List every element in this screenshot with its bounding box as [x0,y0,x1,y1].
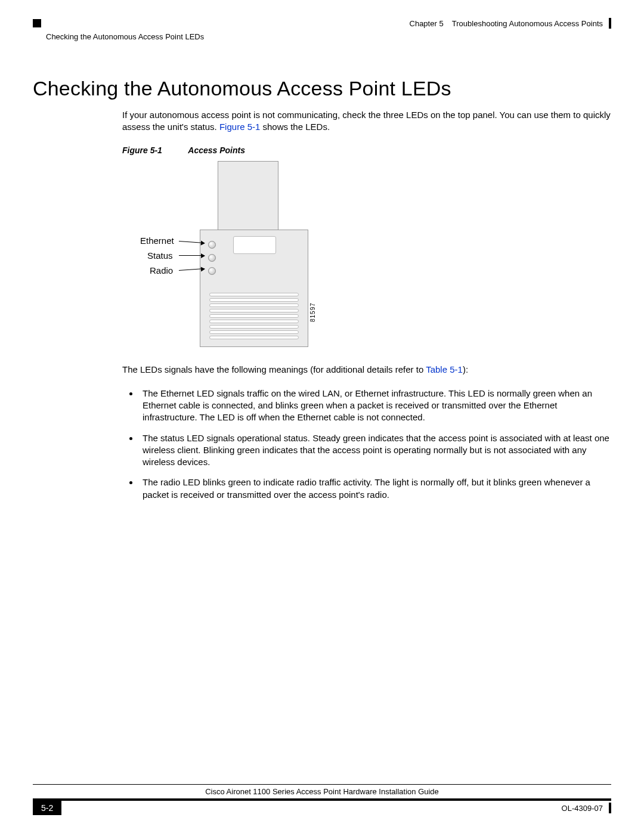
page-number: 5-2 [33,801,61,815]
speaker-grille [209,293,299,340]
page-footer: Cisco Aironet 1100 Series Access Point H… [33,784,611,815]
intro-paragraph: If your autonomous access point is not c… [122,109,611,134]
running-header: Chapter 5 Troubleshooting Autonomous Acc… [33,18,611,29]
status-led-icon [208,254,216,262]
radio-led-icon [208,267,216,275]
meanings-pre: The LEDs signals have the following mean… [122,364,426,374]
status-label: Status [147,250,173,261]
arrow-icon [179,241,205,243]
section-breadcrumb: Checking the Autonomous Access Point LED… [46,32,611,41]
device-label-plate [233,236,276,254]
device-body [200,230,308,347]
radio-label: Radio [150,265,173,275]
ethernet-label: Ethernet [140,236,174,246]
header-bar-right [609,18,611,29]
arrow-icon [179,255,205,256]
figure-id: 81597 [309,302,316,322]
page-title: Checking the Autonomous Access Point LED… [33,77,611,100]
meanings-intro: The LEDs signals have the following mean… [122,364,611,376]
figure-ref-link[interactable]: Figure 5-1 [219,122,260,132]
table-ref-link[interactable]: Table 5-1 [426,364,463,374]
figure-illustration: Ethernet Status Radio 81597 [122,161,611,352]
figure-title: Access Points [188,145,245,155]
figure-caption: Figure 5-1 Access Points [122,145,611,155]
footer-bar-right [609,803,611,813]
header-marker-left [33,19,41,27]
figure-label: Figure 5-1 [122,145,162,155]
ethernet-led-icon [208,241,216,249]
led-meanings-list: The Ethernet LED signals traffic on the … [122,388,611,501]
list-item: The radio LED blinks green to indicate r… [139,476,611,501]
footer-guide-title: Cisco Aironet 1100 Series Access Point H… [33,784,611,801]
device-antenna-block [218,161,278,231]
intro-post: shows the LEDs. [260,122,330,132]
meanings-post: ): [463,364,468,374]
chapter-title: Troubleshooting Autonomous Access Points [452,19,603,28]
chapter-label: Chapter 5 [410,19,444,28]
list-item: The status LED signals operational statu… [139,432,611,469]
list-item: The Ethernet LED signals traffic on the … [139,388,611,424]
page: Chapter 5 Troubleshooting Autonomous Acc… [0,0,644,833]
arrow-icon [179,268,205,271]
intro-pre: If your autonomous access point is not c… [122,110,611,132]
document-id: OL-4309-07 [562,804,603,813]
